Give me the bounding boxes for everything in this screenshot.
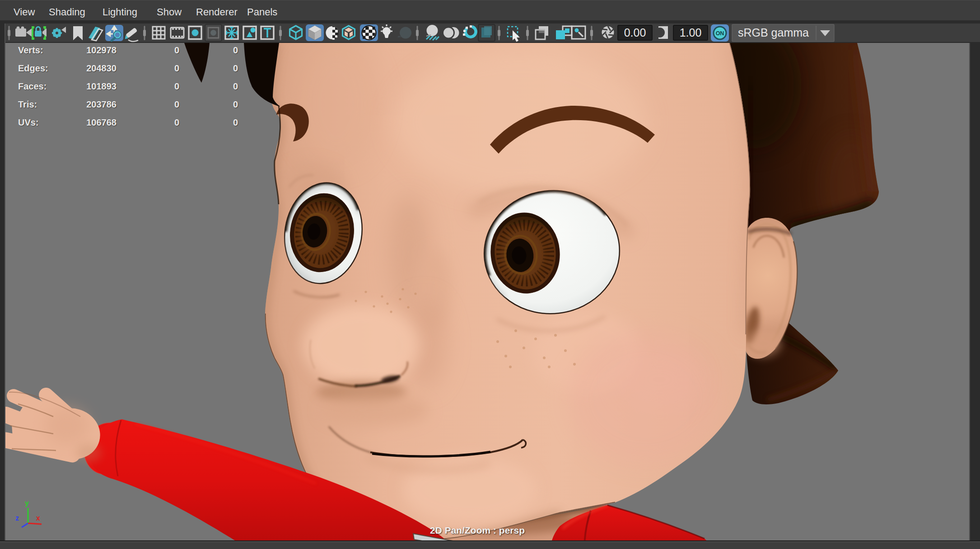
svg-text:1.00: 1.00 bbox=[680, 26, 702, 39]
svg-text:z: z bbox=[15, 514, 19, 522]
svg-text:sRGB gamma: sRGB gamma bbox=[738, 26, 809, 39]
svg-text:0.00: 0.00 bbox=[624, 26, 646, 39]
svg-text:y: y bbox=[25, 499, 29, 507]
svg-text:x: x bbox=[36, 514, 40, 522]
svg-text:ON: ON bbox=[716, 30, 724, 37]
